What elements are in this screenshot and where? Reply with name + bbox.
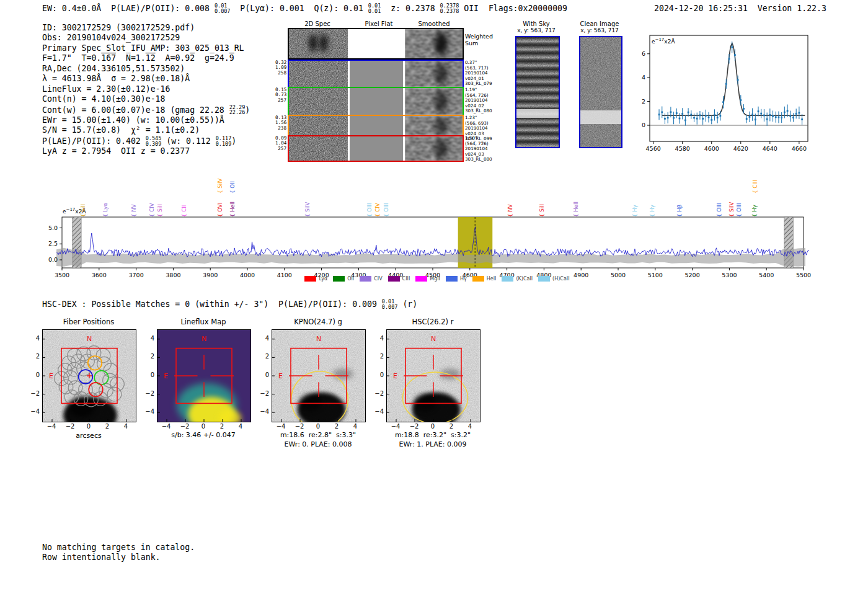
footer-line: No matching targets in catalog.: [42, 543, 195, 553]
emission-line-label-civ: { CIV: [374, 203, 381, 217]
full-spectrum-chart: 3500360037003800390040004100420043004400…: [43, 212, 812, 285]
svg-text:N: N: [202, 335, 206, 343]
spec2d-cell-smoothed: [405, 116, 463, 135]
svg-text:4620: 4620: [733, 145, 748, 152]
svg-text:0: 0: [642, 122, 645, 128]
legend-label: Hγ: [460, 276, 467, 282]
info-line: LineFlux = 2.30(±0.12)e-16: [42, 84, 250, 94]
info-line: ID: 3002172529 (3002172529.pdf): [42, 23, 250, 33]
footer-note: No matching targets in catalog.Row inten…: [42, 543, 195, 562]
cutout-title: Fiber Positions: [42, 318, 135, 326]
info-line: P(LAE)/P(OII): 0.402 0.5450.309 (w: 0.11…: [42, 136, 250, 146]
cutout-xtick: −2: [293, 423, 306, 430]
detection-info-block: ID: 3002172529 (3002172529.pdf)Obs: 2019…: [42, 23, 250, 157]
spec2d-cell-flat: [350, 88, 403, 115]
header-stats-line: EW: 0.4±0.0Å P(LAE)/P(OII): 0.008 0.010.…: [42, 3, 567, 14]
emission-line-label-siii: { SiII: [157, 204, 163, 217]
cutout-image-lineflux-map: NE: [157, 329, 251, 422]
svg-text:3500: 3500: [55, 272, 69, 278]
emission-line-label-civ: { CIV: [149, 203, 155, 217]
cutout-xtick: −2: [179, 423, 191, 430]
emission-line-label-hβ: { Hβ: [676, 205, 683, 217]
spec2d-cell-spec: [289, 88, 348, 115]
svg-text:N: N: [87, 335, 92, 343]
spec2d-cell-spec: [289, 116, 348, 135]
emission-line-label-cii: { CII: [181, 205, 187, 217]
spec2d-row-scale-labels: 0.15 0.73 257: [275, 87, 286, 103]
svg-text:5400: 5400: [759, 272, 774, 278]
legend-item: HeII: [472, 276, 497, 282]
svg-text:4660: 4660: [792, 145, 807, 152]
cutout-xtick: 4: [120, 423, 132, 430]
svg-text:3900: 3900: [203, 272, 218, 278]
cutout-xtick: −4: [389, 423, 402, 430]
with-sky-image: [515, 36, 560, 148]
legend-swatch: [415, 276, 427, 282]
svg-text:4580: 4580: [675, 145, 690, 152]
sky-panel-coords: x, y: 563, 717: [502, 27, 570, 33]
spec2d-cell-spec: [289, 136, 348, 161]
svg-text:5000: 5000: [611, 272, 626, 278]
spec2d-cell-smoothed: [405, 29, 463, 58]
cutout-ytick: 2: [373, 353, 384, 360]
svg-text:4: 4: [642, 74, 645, 81]
sky-panel-coords: x, y: 563, 717: [565, 27, 634, 33]
spec2d-row: [288, 60, 464, 88]
emission-line-label-nv: { NV: [131, 204, 137, 217]
legend-item: Lyα: [304, 276, 327, 282]
legend-swatch: [388, 276, 400, 282]
spec2d-cell-spec: [289, 61, 348, 87]
spec2d-col-header: Pixel Flat: [351, 20, 407, 27]
emission-line-label-ovi: { OVI: [217, 203, 223, 217]
svg-text:E: E: [164, 372, 168, 380]
spec2d-row: [288, 87, 464, 116]
cutout-xtick: −4: [275, 423, 287, 430]
cutout-ytick: −4: [373, 408, 384, 415]
svg-text:3700: 3700: [129, 272, 144, 278]
cutout-xtick: 0: [82, 423, 95, 430]
cutout-xtick: 0: [312, 423, 324, 430]
catalog-match-line: HSC-DEX : Possible Matches = 0 (within +…: [42, 299, 417, 309]
cutout-image-hsc-26-2-r: NE: [386, 329, 480, 422]
info-line: Obs: 20190104v024_3002172529: [42, 33, 250, 43]
legend-item: MgII: [415, 276, 440, 282]
info-line: Cont(w) = 6.00(±0.07)e-18 (gmag 22.28 22…: [42, 105, 250, 115]
emission-line-label-lyα: { Lyα: [102, 203, 108, 217]
spec2d-row: [288, 115, 464, 136]
emission-line-label-hγ: { Hγ: [649, 205, 655, 217]
footer-line: Row intentionally blank.: [42, 553, 195, 562]
legend-label: MgII: [430, 276, 440, 282]
emission-line-label-siiv: { SiIV: [728, 202, 735, 217]
spec2d-row-meta: Weighted Sum: [465, 33, 493, 47]
cutout-ytick: −4: [29, 408, 40, 415]
info-line: F=1.7" T=0.167 N=1.12 A=0.92 g=24.9: [42, 53, 250, 63]
legend-swatch: [304, 276, 316, 282]
svg-text:6: 6: [642, 50, 645, 57]
cutout-ytick: −4: [143, 408, 154, 415]
emission-line-label-hγ: { Hγ: [751, 205, 758, 217]
cutout-ytick: −4: [258, 408, 269, 415]
legend-label: HeII: [487, 276, 497, 282]
legend-item: OII: [333, 276, 354, 282]
spec2d-row: [288, 135, 464, 162]
emission-line-label-siii: { SiII: [80, 204, 86, 217]
spec2d-row-meta: 1.19" (564, 726) 20190104 v024_02 303_RL…: [465, 87, 492, 114]
legend-item: (H)CaII: [538, 276, 569, 282]
svg-text:N: N: [431, 335, 436, 343]
info-line: EWr = 15.00(±1.40) (w: 10.00(±0.55))Å: [42, 115, 250, 125]
svg-text:5500: 5500: [796, 272, 811, 278]
cutout-xtick: 2: [101, 423, 113, 430]
spec2d-row-scale-labels: 0.09 1.04 257: [275, 136, 286, 151]
svg-text:4000: 4000: [240, 272, 255, 278]
emission-line-label-siii: { SiII: [539, 204, 545, 217]
spec2d-row-scale-labels: 0.13 1.56 238: [275, 115, 286, 131]
svg-text:5100: 5100: [648, 272, 663, 278]
cutout-xtick: −2: [64, 423, 76, 430]
spec2d-cell-flat: [350, 116, 403, 135]
legend-swatch: [502, 276, 513, 282]
inset-flux-units-label: e−17x2Å: [652, 37, 675, 45]
cutout-ytick: 0: [373, 371, 384, 378]
cutout-title: KPNO(24.7) g: [272, 318, 365, 326]
cutout-xtick: 4: [234, 423, 247, 430]
spec2d-col-header: Smoothed: [406, 20, 462, 27]
